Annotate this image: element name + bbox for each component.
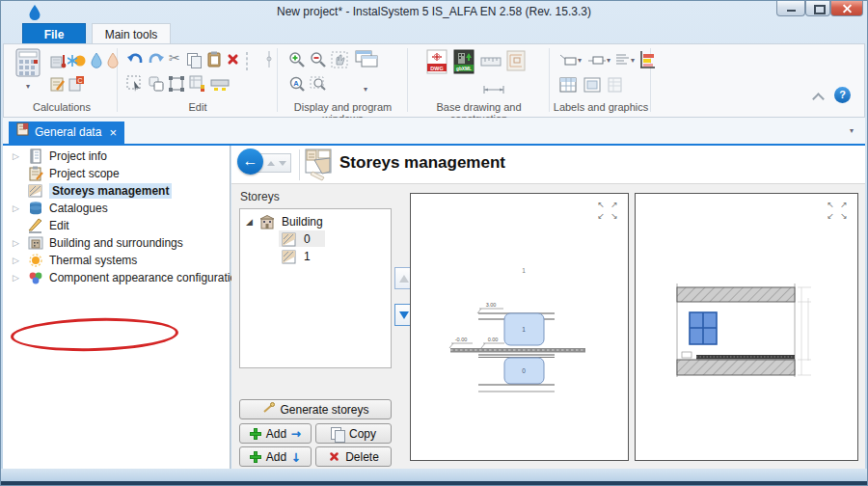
- expand-icon[interactable]: ▷: [13, 203, 24, 213]
- sidebar-item-thermal-systems[interactable]: ▷ Thermal systems: [3, 252, 230, 269]
- edit-icon: [28, 218, 45, 233]
- label-with-leader-icon[interactable]: [559, 53, 577, 70]
- add-storey-below-button[interactable]: Add ↘: [239, 446, 312, 467]
- duplicate-shape-icon[interactable]: [148, 75, 165, 96]
- label-dropdown-icon[interactable]: ▾: [578, 57, 582, 65]
- storey-elevation-preview[interactable]: ↖ ↗ ↙ ↘: [635, 193, 858, 461]
- copy-icon: [331, 427, 344, 441]
- svg-text:0: 0: [522, 367, 526, 374]
- expand-icon[interactable]: ▷: [13, 256, 24, 265]
- collapse-ribbon-icon[interactable]: [814, 91, 824, 100]
- construction-plan-icon[interactable]: [506, 50, 526, 75]
- thermal-icon: [28, 253, 45, 268]
- calc-config-doc-icon[interactable]: C: [68, 75, 85, 96]
- calc-results-doc-icon[interactable]: [49, 75, 67, 96]
- transform-icon[interactable]: [168, 75, 185, 96]
- node-label: Building: [282, 215, 323, 229]
- help-icon[interactable]: ?: [834, 87, 851, 103]
- delete-storey-button[interactable]: Delete: [315, 446, 392, 467]
- select-elements-icon[interactable]: [126, 75, 144, 96]
- spacing-icon[interactable]: [210, 75, 230, 96]
- zoom-in-icon[interactable]: [288, 51, 306, 72]
- align-axis-icon[interactable]: [264, 51, 274, 71]
- arrow-up-icon: [399, 275, 409, 283]
- expand-icon[interactable]: ▷: [13, 273, 24, 283]
- chevron-down-icon[interactable]: ▾: [12, 83, 44, 91]
- building-icon: [28, 235, 45, 251]
- storeys-section-preview[interactable]: ↖ ↗ ↙ ↘ 1 3.00 1 -0.00: [410, 193, 629, 461]
- tab-list-dropdown-icon[interactable]: ▾: [850, 127, 854, 135]
- selection-frame-icon[interactable]: [246, 53, 248, 70]
- cut-icon[interactable]: ✂: [169, 50, 180, 66]
- program-windows-icon[interactable]: [354, 49, 379, 72]
- array-copy-icon[interactable]: [189, 75, 206, 96]
- water-drop-blue-icon[interactable]: [90, 52, 103, 72]
- legend-grid-icon[interactable]: [608, 77, 623, 96]
- sidebar-item-component-appearance[interactable]: ▷ Component appearance configuration: [3, 269, 230, 286]
- import-gbxml-icon[interactable]: gbXML: [453, 49, 475, 78]
- expanded-icon[interactable]: ◢: [246, 217, 253, 227]
- import-dwg-icon[interactable]: DWG: [426, 49, 448, 78]
- window-bottom-edge: [1, 481, 867, 485]
- zoom-all-icon[interactable]: A: [288, 75, 306, 96]
- sidebar-item-project-scope[interactable]: Project scope: [3, 165, 230, 182]
- expand-icon[interactable]: ▷: [13, 238, 24, 248]
- minimize-button[interactable]: [776, 1, 805, 16]
- maximize-button[interactable]: [805, 1, 830, 16]
- sidebar-item-edit[interactable]: Edit: [3, 217, 230, 234]
- pan-view-icon[interactable]: [331, 51, 348, 72]
- inline-label-icon[interactable]: [588, 53, 606, 70]
- generate-storeys-button[interactable]: Generate storeys: [239, 399, 392, 419]
- graph-icon[interactable]: [638, 50, 656, 73]
- close-tab-icon[interactable]: ×: [109, 122, 117, 144]
- arrow-up-icon: ↗: [288, 425, 305, 442]
- paste-icon[interactable]: [206, 51, 222, 71]
- plus-icon: [250, 451, 261, 463]
- table-icon[interactable]: [559, 77, 577, 96]
- sidebar-item-building-surroundings[interactable]: ▷ Building and surroundings: [3, 234, 230, 252]
- expand-icon[interactable]: ▷: [13, 151, 24, 161]
- plus-icon: [250, 428, 261, 440]
- storeys-panel-label: Storeys: [240, 190, 280, 203]
- inline-label-dropdown-icon[interactable]: ▾: [607, 57, 610, 65]
- tab-file[interactable]: File: [22, 23, 86, 44]
- elevation-drawing: [636, 194, 857, 460]
- copy-storey-button[interactable]: Copy: [315, 423, 392, 444]
- sidebar-item-catalogues[interactable]: ▷ Catalogues: [3, 200, 230, 217]
- back-button[interactable]: ←: [237, 148, 263, 175]
- svg-text:A: A: [293, 79, 299, 88]
- project-info-icon: [28, 148, 45, 164]
- add-storey-above-button[interactable]: Add ↗: [239, 423, 312, 444]
- ruler-icon[interactable]: [480, 54, 502, 71]
- redo-icon[interactable]: [148, 52, 165, 71]
- storeys-tree[interactable]: ◢ Building 0 1: [239, 208, 392, 368]
- tab-main-tools[interactable]: Main tools: [92, 23, 171, 44]
- image-frame-icon[interactable]: [583, 77, 601, 96]
- page-title: Storeys management: [339, 153, 505, 173]
- dimension-line-icon[interactable]: [482, 81, 505, 98]
- window-title: New project* - InstalSystem 5 IS_ALFA EN…: [1, 5, 867, 18]
- text-note-dropdown-icon[interactable]: ▾: [631, 57, 635, 65]
- storey-node-icon: [282, 232, 297, 247]
- sidebar-item-storeys-management[interactable]: Storeys management: [3, 182, 230, 200]
- calculate-button[interactable]: ▾: [12, 48, 44, 91]
- storey-node-icon: [282, 250, 297, 264]
- building-thermal-calc-icon[interactable]: [49, 52, 67, 73]
- tab-general-data[interactable]: General data ×: [9, 122, 124, 144]
- zoom-out-icon[interactable]: [310, 51, 327, 72]
- calculator-icon: [14, 66, 41, 82]
- close-button[interactable]: [830, 1, 863, 16]
- sidebar-item-project-info[interactable]: ▷ Project info: [3, 148, 230, 165]
- chevron-down-icon: [279, 161, 286, 166]
- project-scope-icon: [28, 166, 45, 181]
- group-label-edit: Edit: [119, 101, 277, 113]
- text-note-icon[interactable]: [615, 52, 631, 70]
- zoom-window-icon[interactable]: [310, 75, 327, 96]
- water-drop-warm-icon[interactable]: [106, 52, 120, 72]
- header-divider: [299, 149, 300, 180]
- undo-icon[interactable]: [126, 52, 144, 71]
- appearance-icon: [28, 270, 45, 285]
- windows-more-chevron-icon[interactable]: ▾: [364, 86, 367, 94]
- heating-cooling-icon[interactable]: [68, 52, 87, 73]
- node-label: 0: [304, 232, 311, 246]
